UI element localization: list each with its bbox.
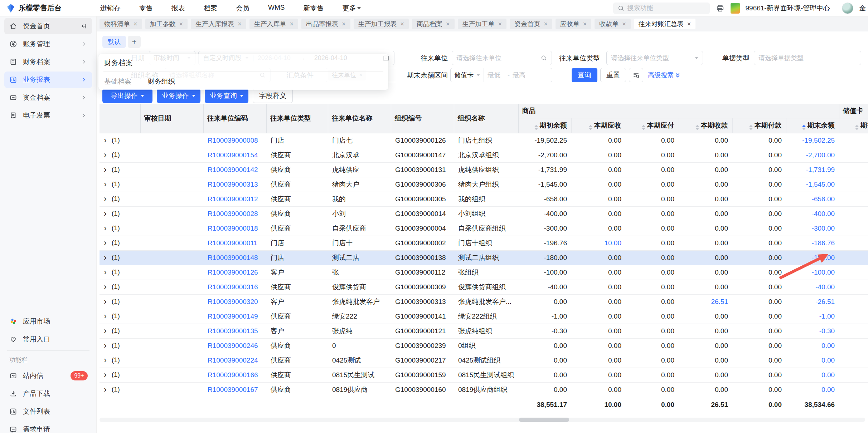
- filter-settings-button[interactable]: [629, 68, 643, 82]
- expand-row-icon[interactable]: ›: [104, 385, 107, 394]
- doc-type-input[interactable]: [758, 54, 857, 62]
- tab-收款单[interactable]: 收款单×: [595, 19, 631, 29]
- user-avatar[interactable]: [842, 3, 853, 14]
- sort-icons[interactable]: [642, 125, 645, 130]
- cell-partner-code[interactable]: R100039000149: [203, 309, 266, 324]
- column-header-审核日期[interactable]: 审核日期: [140, 104, 203, 133]
- add-preset-button[interactable]: +: [128, 36, 141, 48]
- cell-amount[interactable]: -1,545.00: [786, 177, 839, 192]
- sidebar-item-电子发票[interactable]: 电子发票: [4, 107, 92, 124]
- table-row[interactable]: ›(1)R100039000149供应商绿安222G100039000141绿安…: [100, 309, 868, 324]
- expand-row-icon[interactable]: ›: [104, 239, 107, 247]
- sort-icons[interactable]: [749, 125, 753, 130]
- column-header-本期付款[interactable]: 本期付款: [732, 118, 786, 133]
- cell-amount[interactable]: -186.76: [786, 236, 839, 250]
- column-header-往来单位编码[interactable]: 往来单位编码: [203, 104, 266, 133]
- cell-amount[interactable]: 0.00: [786, 368, 839, 382]
- global-search[interactable]: [613, 3, 710, 14]
- table-row[interactable]: ›(1)R100039000135客户张虎纯G100039000121张虎纯组织…: [100, 324, 868, 338]
- balance-max-input[interactable]: [510, 72, 533, 79]
- table-row[interactable]: ›(1)R100039000167供应商0819供应商G100039000160…: [100, 382, 868, 397]
- close-icon[interactable]: ×: [544, 20, 548, 28]
- column-header-本期应收[interactable]: 本期应收: [571, 118, 626, 133]
- expand-row-icon[interactable]: ›: [104, 151, 107, 159]
- sidebar-item-业务报表[interactable]: 业务报表: [4, 72, 92, 88]
- expand-row-icon[interactable]: ›: [104, 371, 107, 379]
- cell-amount[interactable]: -180.00: [786, 250, 839, 265]
- top-menu-item-会员[interactable]: 会员: [236, 4, 249, 13]
- cell-amount[interactable]: -0.30: [786, 324, 839, 338]
- expand-row-icon[interactable]: ›: [104, 312, 107, 320]
- column-header-往来单位名称[interactable]: 往来单位名称: [328, 104, 391, 133]
- table-row[interactable]: ›(1)R100039000224供应商0425测试G1000390002170…: [100, 353, 868, 368]
- tab-生产加工单[interactable]: 生产加工单×: [458, 19, 507, 29]
- cell-amount[interactable]: -1.00: [786, 309, 839, 324]
- close-icon[interactable]: ×: [290, 20, 294, 28]
- expand-row-icon[interactable]: ›: [104, 195, 107, 203]
- column-header-往来单位类型[interactable]: 往来单位类型: [266, 104, 328, 133]
- cell-partner-code[interactable]: R100039000154: [203, 148, 266, 162]
- tab-加工参数[interactable]: 加工参数×: [145, 19, 188, 29]
- close-icon[interactable]: ×: [238, 20, 242, 28]
- expand-row-icon[interactable]: ›: [104, 136, 107, 144]
- expand-row-icon[interactable]: ›: [104, 327, 107, 335]
- table-row[interactable]: ›(1)R100039000154供应商北京汉承G100039000147北京汉…: [100, 148, 868, 162]
- balance-type-select[interactable]: 储值卡: [451, 68, 484, 82]
- export-actions-button[interactable]: 导出操作: [102, 89, 152, 103]
- expand-row-icon[interactable]: ›: [104, 297, 107, 306]
- business-query-button[interactable]: 业务查询: [205, 89, 248, 103]
- cell-partner-code[interactable]: R100039000320: [203, 294, 266, 309]
- cell-amount[interactable]: -40.00: [786, 280, 839, 294]
- tab-出品率报表[interactable]: 出品率报表×: [301, 19, 350, 29]
- cell-amount[interactable]: -1,731.99: [786, 162, 839, 177]
- top-menu-item-WMS[interactable]: WMS: [268, 4, 285, 13]
- tab-往来对账汇总表[interactable]: 往来对账汇总表×: [634, 19, 696, 29]
- column-header-本期收款[interactable]: 本期收款: [679, 118, 732, 133]
- column-header-本期应付[interactable]: 本期应付: [626, 118, 679, 133]
- column-header-card-期初余额[interactable]: 期初余额: [839, 118, 868, 133]
- close-icon[interactable]: ×: [179, 20, 183, 28]
- tab-商品档案[interactable]: 商品档案×: [412, 19, 455, 29]
- sidebar-item-账务管理[interactable]: 账务管理: [4, 36, 92, 52]
- cell-amount[interactable]: 10.00: [571, 236, 626, 250]
- query-button[interactable]: 查询: [572, 68, 597, 82]
- sort-icons[interactable]: [534, 125, 538, 130]
- close-icon[interactable]: ×: [446, 20, 450, 28]
- table-row[interactable]: ›(1)R100039000320客户张虎纯批发客户G100039000313张…: [100, 294, 868, 309]
- column-header-期初余额[interactable]: 期初余额: [518, 118, 571, 133]
- expand-row-icon[interactable]: ›: [104, 268, 107, 276]
- sort-icons[interactable]: [855, 125, 859, 130]
- sidebar-item-资金首页[interactable]: 资金首页: [4, 18, 92, 34]
- column-header-组织名称[interactable]: 组织名称: [454, 104, 518, 133]
- doc-type-input-box[interactable]: [754, 51, 861, 65]
- cell-partner-code[interactable]: R100039000126: [203, 265, 266, 280]
- sidebar-item-文件列表[interactable]: 文件列表: [4, 403, 92, 420]
- sidebar-item-应用市场[interactable]: 应用市场: [4, 313, 92, 330]
- expand-row-icon[interactable]: ›: [104, 224, 107, 232]
- sidebar-item-产品下载[interactable]: 产品下载: [4, 385, 92, 402]
- top-menu-item-more[interactable]: 更多: [342, 4, 361, 13]
- table-row[interactable]: ›(1)R100039000028供应商小刘G100039000014小刘组织-…: [100, 206, 868, 221]
- partner-input[interactable]: [456, 54, 540, 62]
- cell-amount[interactable]: 26.51: [679, 294, 732, 309]
- tab-资金首页[interactable]: 资金首页×: [510, 19, 552, 29]
- top-menu-item-进销存[interactable]: 进销存: [100, 4, 121, 13]
- reset-button[interactable]: 重置: [600, 68, 626, 82]
- expand-row-icon[interactable]: ›: [104, 166, 107, 174]
- sidebar-item-财务档案[interactable]: 财务档案: [4, 54, 92, 70]
- field-definition-button[interactable]: 字段释义: [253, 89, 293, 103]
- sidebar-item-资金档案[interactable]: 资金档案: [4, 89, 92, 106]
- cell-amount[interactable]: -19,502.25: [786, 133, 839, 148]
- cell-amount[interactable]: 0.00: [786, 382, 839, 397]
- table-row[interactable]: ›(1)R100039000148门店测试二店G100039000138测试二店…: [100, 250, 868, 265]
- cell-partner-code[interactable]: R100039000167: [203, 382, 266, 397]
- sort-icons[interactable]: [802, 125, 806, 130]
- cell-partner-code[interactable]: R100039000224: [203, 353, 266, 368]
- scrollbar-thumb[interactable]: [519, 418, 569, 422]
- expand-row-icon[interactable]: ›: [104, 283, 107, 291]
- sort-icons[interactable]: [695, 125, 699, 130]
- sidebar-item-需求申请[interactable]: 需求申请: [4, 421, 92, 433]
- column-header-组织编号[interactable]: 组织编号: [391, 104, 454, 133]
- cell-amount[interactable]: 0.00: [786, 353, 839, 368]
- expand-row-icon[interactable]: ›: [104, 180, 107, 188]
